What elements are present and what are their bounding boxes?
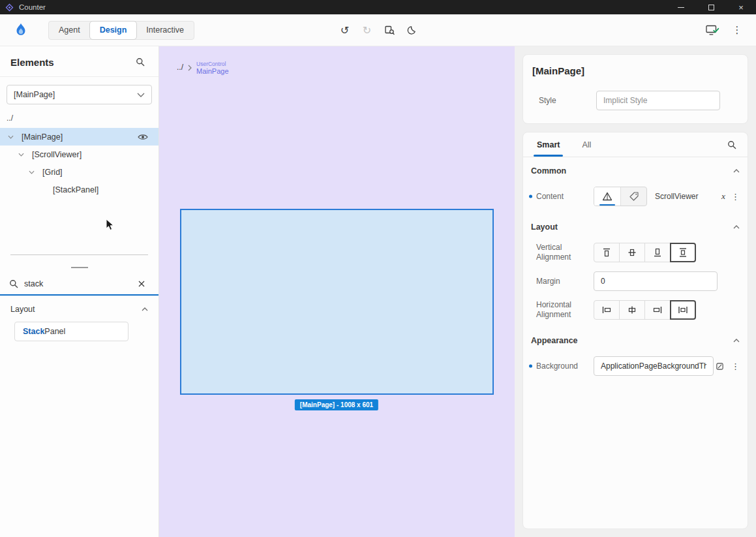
- content-more-button[interactable]: ⋮: [731, 192, 740, 202]
- toolbar: Agent Design Interactive ↺ ↻ ⋮: [0, 14, 756, 46]
- chevron-down-icon: [137, 93, 145, 97]
- content-tag-toggle-button[interactable]: [620, 187, 646, 206]
- align-vertical-center-icon: [627, 247, 637, 258]
- breadcrumb-current-page[interactable]: UserControl MainPage: [196, 61, 229, 76]
- properties-card: Smart All Common Content: [522, 132, 748, 529]
- horizontal-alignment-group: [594, 300, 696, 320]
- breadcrumb-page-label: MainPage: [196, 67, 229, 76]
- binding-marker-button[interactable]: x: [721, 191, 725, 202]
- maximize-button[interactable]: [696, 0, 726, 14]
- resource-picker-button[interactable]: [714, 360, 725, 372]
- tree-item-mainpage[interactable]: [MainPage]: [0, 128, 159, 146]
- tab-smart[interactable]: Smart: [526, 132, 571, 157]
- tree-item-grid[interactable]: [Grid]: [0, 163, 159, 181]
- tab-all[interactable]: All: [571, 132, 602, 157]
- margin-label: Margin: [530, 277, 594, 286]
- modified-dot-icon: [529, 365, 532, 368]
- elements-search-button[interactable]: [132, 54, 148, 70]
- section-common-title: Common: [531, 166, 566, 176]
- properties-tabs: Smart All: [523, 132, 748, 157]
- tree-item-label: [MainPage]: [22, 132, 63, 142]
- section-layout-title: Layout: [531, 222, 558, 232]
- chevron-down-icon[interactable]: [29, 170, 39, 174]
- app-window: Counter × Agent Design Interactive ↺ ↻: [0, 0, 756, 537]
- halign-right-button[interactable]: [644, 300, 671, 320]
- breadcrumb-root[interactable]: ../: [177, 63, 183, 72]
- redo-button[interactable]: ↻: [359, 22, 376, 38]
- align-horizontal-center-icon: [627, 305, 637, 315]
- align-bottom-icon: [652, 247, 663, 258]
- tab-agent[interactable]: Agent: [49, 22, 90, 39]
- minimize-button[interactable]: [666, 0, 696, 14]
- valign-center-button[interactable]: [619, 243, 645, 262]
- content-visual-toggle-button[interactable]: [594, 187, 620, 206]
- element-search-input[interactable]: [24, 279, 128, 288]
- device-status-button[interactable]: [704, 22, 721, 38]
- section-appearance-header[interactable]: Appearance: [530, 327, 741, 354]
- monitor-check-icon: [706, 25, 719, 36]
- result-match-text: Stack: [23, 327, 44, 336]
- tab-interactive[interactable]: Interactive: [136, 22, 194, 39]
- horizontal-alignment-label: Horizontal Alignment: [530, 300, 594, 320]
- hot-design-logo-icon: [13, 22, 29, 38]
- close-button[interactable]: ×: [726, 0, 756, 14]
- valign-top-button[interactable]: [594, 243, 620, 262]
- tab-design[interactable]: Design: [90, 22, 137, 39]
- redo-icon: ↻: [363, 24, 371, 37]
- clear-search-button[interactable]: [134, 276, 149, 292]
- undo-button[interactable]: ↺: [337, 22, 354, 38]
- mode-tabs: Agent Design Interactive: [48, 21, 194, 40]
- valign-stretch-button[interactable]: [670, 243, 696, 262]
- halign-center-button[interactable]: [619, 300, 645, 320]
- tree-item-label: [Grid]: [42, 168, 63, 177]
- results-section-header[interactable]: Layout: [0, 296, 159, 319]
- align-right-icon: [652, 305, 663, 315]
- chevron-down-icon[interactable]: [18, 153, 29, 157]
- section-layout-header[interactable]: Layout: [530, 213, 741, 241]
- background-more-button[interactable]: ⋮: [731, 361, 740, 371]
- titlebar: Counter ×: [0, 0, 756, 14]
- tree-item-stackpanel[interactable]: [StackPanel]: [0, 181, 159, 198]
- valign-bottom-button[interactable]: [644, 243, 671, 262]
- close-x-icon: [138, 280, 145, 288]
- more-options-button[interactable]: ⋮: [729, 22, 746, 38]
- section-appearance: Appearance Background ⋮: [523, 327, 748, 383]
- tab-smart-label: Smart: [537, 140, 560, 149]
- chevron-up-icon: [142, 307, 148, 311]
- halign-stretch-button[interactable]: [670, 300, 696, 320]
- canvas-breadcrumb: ../ UserControl MainPage: [177, 61, 229, 76]
- vertical-alignment-row: Vertical Alignment: [530, 241, 741, 264]
- main-area: Elements [MainPage] ../ [MainPage]: [0, 46, 756, 537]
- inspect-icon: [384, 25, 395, 35]
- tree-breadcrumb[interactable]: ../: [0, 104, 159, 128]
- page-selector-dropdown[interactable]: [MainPage]: [7, 85, 152, 104]
- background-label: Background: [530, 361, 594, 371]
- chevron-right-icon: [188, 65, 192, 71]
- properties-search-button[interactable]: [724, 137, 740, 153]
- tree-item-scrollviewer[interactable]: [ScrollViewer]: [0, 146, 159, 163]
- window-title: Counter: [19, 3, 46, 11]
- theme-toggle-button[interactable]: [403, 22, 420, 38]
- result-rest-text: Panel: [44, 327, 65, 336]
- background-input[interactable]: [594, 356, 714, 376]
- maximize-icon: [708, 5, 714, 10]
- align-horizontal-stretch-icon: [678, 305, 688, 315]
- results-section-label: Layout: [10, 305, 35, 314]
- visibility-eye-icon[interactable]: [138, 134, 148, 140]
- style-input[interactable]: [596, 91, 720, 110]
- chevron-down-icon[interactable]: [8, 135, 18, 139]
- section-common-header[interactable]: Common: [530, 157, 741, 185]
- tree-item-label: [ScrollViewer]: [32, 150, 82, 159]
- panel-splitter-handle[interactable]: [71, 267, 88, 268]
- selected-element-title: [MainPage]: [532, 65, 738, 76]
- modified-dot-icon: [529, 195, 532, 198]
- search-result-stackpanel[interactable]: StackPanel: [14, 322, 129, 341]
- design-surface-mainpage[interactable]: [180, 209, 494, 395]
- halign-left-button[interactable]: [594, 300, 620, 320]
- design-canvas[interactable]: ../ UserControl MainPage [MainPage] - 10…: [159, 46, 515, 537]
- inspect-button[interactable]: [381, 22, 398, 38]
- page-selector-value: [MainPage]: [14, 90, 55, 99]
- margin-input[interactable]: [594, 271, 718, 291]
- minimize-icon: [678, 7, 684, 8]
- style-row: Style: [532, 91, 738, 110]
